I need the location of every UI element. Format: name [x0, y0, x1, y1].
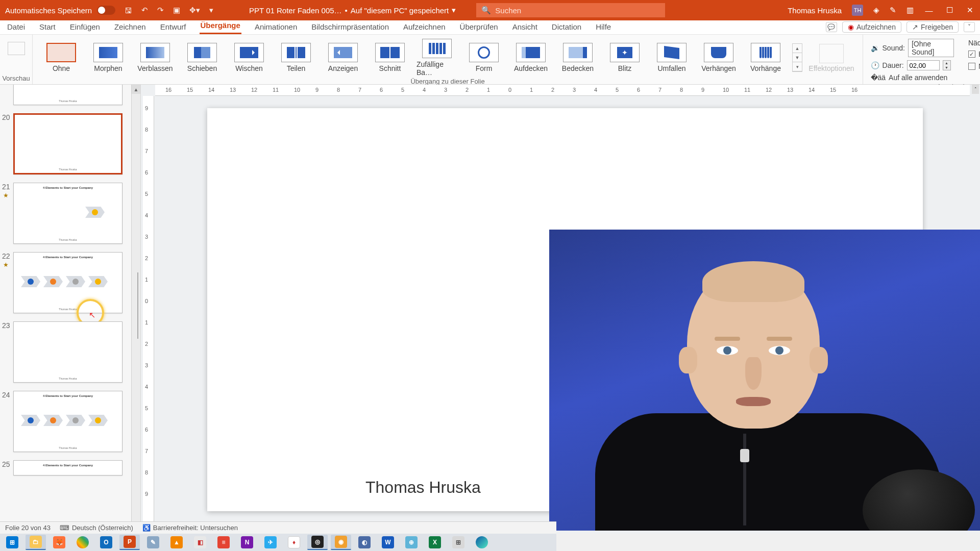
record-button[interactable]: ◉Aufzeichnen: [842, 21, 901, 33]
transition-push[interactable]: Schieben: [182, 43, 223, 72]
accessibility-status[interactable]: ♿Barrierefreiheit: Untersuchen: [142, 524, 238, 532]
share-button[interactable]: ↗Freigeben: [906, 21, 959, 33]
taskbar-explorer[interactable]: 🗀: [26, 535, 46, 550]
taskbar-word[interactable]: W: [378, 535, 398, 550]
user-avatar[interactable]: TH: [852, 5, 863, 16]
scroll-thumb[interactable]: [137, 272, 138, 339]
transition-uncover[interactable]: Aufdecken: [510, 43, 551, 72]
taskbar-app-2[interactable]: ◧: [190, 535, 210, 550]
language-status[interactable]: ⌨Deutsch (Österreich): [60, 524, 133, 532]
transition-flash[interactable]: ✦Blitz: [604, 43, 645, 72]
window-layout-icon[interactable]: ▥: [906, 6, 914, 15]
gallery-down-icon[interactable]: ▼: [793, 53, 802, 62]
search-box[interactable]: 🔍: [476, 3, 665, 17]
minimize-button[interactable]: ―: [924, 6, 934, 15]
transition-cover[interactable]: Bedecken: [557, 43, 598, 72]
tab-datei[interactable]: Datei: [6, 20, 26, 34]
tab-ueberpruefen[interactable]: Überprüfen: [459, 20, 499, 34]
tab-hilfe[interactable]: Hilfe: [595, 20, 612, 34]
search-input[interactable]: [495, 6, 660, 15]
transition-drape[interactable]: Verhängen: [698, 43, 739, 72]
slide-thumb-24[interactable]: 24 4 Elements to Start your Company Thom…: [13, 391, 127, 452]
sound-select[interactable]: [Ohne Sound]: [908, 39, 954, 57]
present-from-start-icon[interactable]: ▣: [173, 6, 180, 15]
close-button[interactable]: ✕: [965, 6, 975, 15]
taskbar-app-4[interactable]: ◉: [331, 535, 351, 550]
slide-author-text[interactable]: Thomas Hruska: [365, 478, 481, 497]
toggle-switch-icon[interactable]: [97, 6, 115, 15]
taskbar-obs[interactable]: ◎: [307, 535, 328, 550]
duration-spinner[interactable]: ▲▼: [943, 60, 951, 70]
gallery-up-icon[interactable]: ▲: [793, 44, 802, 53]
taskbar-app-1[interactable]: ✎: [143, 535, 163, 550]
canvas-collapse-icon[interactable]: ˄: [972, 85, 979, 94]
redo-icon[interactable]: ↷: [157, 6, 164, 15]
drawing-mode-icon[interactable]: ✎: [890, 6, 896, 15]
preview-icon[interactable]: [8, 42, 25, 55]
tab-zeichnen[interactable]: Zeichnen: [113, 20, 147, 34]
checkbox-checked-icon[interactable]: [968, 51, 975, 58]
slide-thumbnail-list[interactable]: Thomas Hruska 20 Thomas Hruska 21 ★ 4 El…: [0, 85, 131, 534]
tab-dictation[interactable]: Dictation: [551, 20, 582, 34]
taskbar-outlook[interactable]: O: [96, 535, 116, 550]
slide-thumb-25[interactable]: 25 4 Elements to Start your Company: [13, 460, 127, 475]
tab-aufzeichnen[interactable]: Aufzeichnen: [402, 20, 447, 34]
slide-thumb-22[interactable]: 22 ★ 4 Elements to Start your Company Th…: [13, 252, 127, 313]
tab-bildschirmpraesentation[interactable]: Bildschirmpräsentation: [310, 20, 390, 34]
tab-entwurf[interactable]: Entwurf: [159, 20, 187, 34]
qat-more-icon[interactable]: ▾: [209, 6, 213, 15]
slide-counter[interactable]: Folie 20 von 43: [5, 524, 51, 532]
on-click-checkbox[interactable]: Bei Mausklick: [968, 50, 980, 58]
checkbox-unchecked-icon[interactable]: [968, 63, 975, 70]
transition-curtain[interactable]: Vorhänge: [745, 43, 786, 72]
taskbar-chrome[interactable]: [72, 535, 93, 550]
transition-shape[interactable]: Form: [463, 43, 504, 72]
taskbar-app-3[interactable]: ♦: [284, 535, 304, 550]
tab-animationen[interactable]: Animationen: [254, 20, 298, 34]
start-button[interactable]: ⊞: [2, 535, 22, 550]
autosave-toggle[interactable]: Automatisches Speichern: [5, 6, 115, 15]
document-title[interactable]: PPT 01 Roter Faden 005… • Auf "diesem PC…: [249, 6, 456, 15]
touch-mode-icon[interactable]: ✥▾: [189, 6, 200, 15]
transition-split[interactable]: Teilen: [276, 43, 316, 72]
slide-thumb-21[interactable]: 21 ★ 4 Elements to Start your Company Th…: [13, 183, 127, 244]
taskbar-powerpoint[interactable]: P: [119, 535, 140, 550]
slide-thumb-23[interactable]: 23 Thomas Hruska: [13, 321, 127, 383]
coming-soon-icon[interactable]: ◈: [873, 6, 879, 15]
user-name[interactable]: Thomas Hruska: [788, 6, 842, 15]
taskbar-excel[interactable]: X: [425, 535, 445, 550]
undo-icon[interactable]: ↶: [141, 6, 148, 15]
taskbar-onenote[interactable]: N: [237, 535, 257, 550]
gallery-more-icon[interactable]: ▾: [793, 62, 802, 71]
taskbar-vlc[interactable]: ▲: [166, 535, 187, 550]
comments-button[interactable]: 💬: [826, 22, 837, 32]
taskbar-app-6[interactable]: ⊕: [401, 535, 422, 550]
chevron-down-icon[interactable]: ▾: [452, 6, 456, 15]
taskbar-app-5[interactable]: ◐: [354, 535, 375, 550]
taskbar-app-7[interactable]: ⊞: [448, 535, 469, 550]
transition-cut[interactable]: Schnitt: [370, 43, 410, 72]
ribbon-collapse-icon[interactable]: ˅: [964, 22, 975, 32]
transition-none[interactable]: Ohne: [41, 43, 82, 72]
taskbar-firefox[interactable]: 🦊: [49, 535, 69, 550]
tab-ansicht[interactable]: Ansicht: [511, 20, 538, 34]
apply-all-button[interactable]: �ääAuf alle anwenden: [871, 73, 954, 82]
sound-row[interactable]: 🔉Sound:[Ohne Sound]: [871, 39, 954, 57]
taskbar-telegram[interactable]: ✈: [260, 535, 281, 550]
transition-fade[interactable]: Verblassen: [135, 43, 176, 72]
duration-input[interactable]: [907, 60, 940, 70]
maximize-button[interactable]: ☐: [944, 6, 954, 15]
scroll-up-icon[interactable]: ▲: [132, 85, 140, 94]
transition-fall[interactable]: Umfallen: [651, 43, 692, 72]
gallery-scroll[interactable]: ▲▼▾: [792, 43, 802, 72]
thumbnail-scrollbar[interactable]: ▲ ▼: [131, 85, 140, 534]
slide-thumb-20[interactable]: 20 Thomas Hruska: [13, 113, 127, 174]
tab-start[interactable]: Start: [38, 20, 57, 34]
taskbar-todoist[interactable]: ≡: [213, 535, 234, 550]
transition-random-bars[interactable]: Zufällige Ba…: [416, 39, 457, 77]
tab-einfuegen[interactable]: Einfügen: [69, 20, 101, 34]
save-icon[interactable]: 🖫: [125, 6, 132, 15]
taskbar-edge[interactable]: [472, 535, 492, 550]
transition-morph[interactable]: Morphen: [88, 43, 129, 72]
transition-wipe[interactable]: Wischen: [229, 43, 270, 72]
